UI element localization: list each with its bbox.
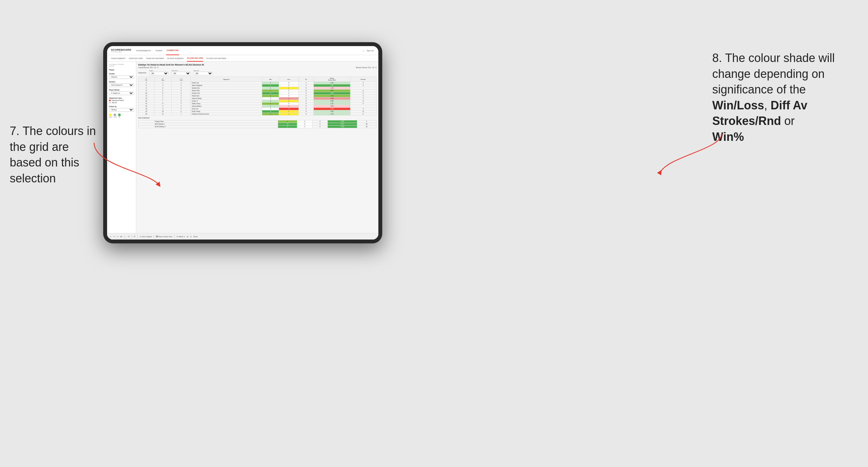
back-icon[interactable]: ↩ bbox=[117, 235, 118, 238]
cell-tie: 0 bbox=[299, 100, 314, 102]
division-select[interactable]: NCAA Division III bbox=[109, 84, 134, 87]
annotation-right-text: 8. The colour shade will change dependin… bbox=[712, 51, 835, 144]
settings-btn[interactable]: ⚙ bbox=[190, 236, 191, 238]
cell-reg: 11 bbox=[154, 113, 172, 116]
out-of-division-label: Out of division bbox=[138, 117, 376, 119]
cell-win: 1 bbox=[262, 95, 279, 97]
colour-by-select[interactable]: Win/loss bbox=[109, 108, 134, 112]
legend-up-label: Up bbox=[118, 116, 121, 118]
cell-diff: 3.67 bbox=[314, 90, 350, 92]
cell-diff: 1.25 bbox=[314, 102, 350, 105]
cell-diff: -5.00 bbox=[314, 108, 350, 110]
cell-opponent: Alexis Sudjianto bbox=[191, 84, 262, 87]
table-row: 16 3 1 Jessica Mason 1 2 0 -0.94 bbox=[138, 105, 376, 108]
cell-opponent: Heejo Hyun bbox=[191, 95, 262, 97]
cell-diff: 3.33 bbox=[314, 95, 350, 97]
layout-btn[interactable]: ⊞ bbox=[187, 236, 188, 238]
ood-cell-rounds: 2 bbox=[357, 120, 376, 123]
player-rank-select[interactable]: 8. Katelyn Vo bbox=[109, 92, 134, 95]
region-filter-select[interactable]: (All) bbox=[149, 72, 169, 75]
conference-filter-label: Conference bbox=[171, 70, 191, 71]
opponent-filter-select[interactable]: (All) bbox=[193, 72, 213, 75]
cell-rounds: 4 bbox=[350, 92, 376, 95]
view-original-btn[interactable]: ⊡ View: Original bbox=[140, 236, 152, 238]
watch-icon: 👁 bbox=[177, 236, 178, 238]
cell-tie: 1 bbox=[299, 82, 314, 84]
legend-up-circle bbox=[118, 114, 121, 116]
grid-icon[interactable]: ⊞ bbox=[120, 235, 122, 238]
subnav-player-summary[interactable]: PLAYER SUMMARY bbox=[167, 55, 184, 62]
legend-down-circle bbox=[109, 114, 112, 116]
clock-icon[interactable]: ⏱ bbox=[134, 236, 136, 238]
table-row: 10 6 3 Andrea York 2 0 0 4.00 4 bbox=[138, 92, 376, 95]
ood-cell-diff: 7.400 bbox=[328, 126, 357, 128]
cell-loss: 0 bbox=[279, 90, 299, 92]
subnav-team-h2h-heatmap[interactable]: TEAM H2H HEATMAP bbox=[146, 55, 164, 62]
cell-tie: 0 bbox=[299, 84, 314, 87]
cell-opponent: Jessica Mason bbox=[191, 105, 262, 108]
watch-btn[interactable]: 👁 Watch ▾ bbox=[177, 236, 185, 238]
cell-tie: 0 bbox=[299, 90, 314, 92]
sidebar-gender-section: Gender Women's bbox=[109, 73, 134, 79]
reset-icon[interactable]: ↺ bbox=[128, 235, 129, 238]
nav-items: TOURNAMENTS TEAMS COMMITTEE bbox=[135, 46, 179, 55]
cell-tie: 0 bbox=[299, 95, 314, 97]
redo-icon[interactable]: ↪ bbox=[113, 235, 115, 238]
tablet-frame: SCOREBOARD Powered by clippd TOURNAMENTS… bbox=[103, 42, 382, 243]
subnav-team-h2h-grid[interactable]: TEAM H2H GRID bbox=[129, 55, 143, 62]
data-table: #Div #Reg #Conf Opponent Win Loss Tie Di… bbox=[138, 76, 376, 116]
division-record-label: Division Record: bbox=[356, 66, 368, 68]
nav-item-committee[interactable]: COMMITTEE bbox=[166, 46, 179, 55]
cell-tie: 0 bbox=[299, 87, 314, 90]
nav-left: SCOREBOARD Powered by clippd TOURNAMENTS… bbox=[111, 46, 179, 55]
out-of-division-table: Foreign Team 1 0 0 4.500 2 NAIA Division… bbox=[138, 120, 376, 128]
division-record-value: 331 - 34 - 6 bbox=[368, 66, 376, 68]
save-custom-btn[interactable]: 💾 Save Custom View bbox=[156, 236, 172, 238]
radio-opponents-played[interactable]: Opponents Played bbox=[109, 100, 134, 101]
expand-icon[interactable]: ⬚ bbox=[124, 235, 126, 238]
cell-tie: 0 bbox=[299, 108, 314, 110]
cell-div: 14 bbox=[138, 100, 154, 102]
undo-icon[interactable]: ↩ bbox=[110, 235, 111, 238]
subnav-player-h2h-heatmap[interactable]: PLAYER H2H HEATMAP bbox=[206, 55, 226, 62]
cell-loss: 0 bbox=[279, 84, 299, 87]
subnav-team-summary[interactable]: TEAM SUMMARY bbox=[111, 55, 126, 62]
table-row: 11 1 2 Heejo Hyun 1 0 0 3.33 3 bbox=[138, 95, 376, 97]
cell-diff: -0.94 bbox=[314, 105, 350, 108]
nav-item-tournaments[interactable]: TOURNAMENTS bbox=[135, 46, 152, 55]
annotation-win-pct: Win% bbox=[712, 130, 744, 144]
tablet-screen: SCOREBOARD Powered by clippd TOURNAMENTS… bbox=[107, 46, 378, 240]
cell-reg: 1 bbox=[154, 82, 172, 84]
share-btn[interactable]: Share bbox=[193, 236, 197, 238]
cell-div: 20 bbox=[138, 113, 154, 116]
subnav-player-h2h-grid[interactable]: PLAYER H2H GRID bbox=[187, 55, 203, 62]
ood-cell-opponent: NAIA Division 1 bbox=[138, 123, 278, 126]
overall-record: Overall Record: 353 - 34 - 6 bbox=[138, 66, 158, 68]
conference-filter-select[interactable]: (All) bbox=[171, 72, 191, 75]
nav-bar: SCOREBOARD Powered by clippd TOURNAMENTS… bbox=[107, 46, 378, 55]
col-conf: #Conf bbox=[172, 77, 191, 82]
overall-record-value: 353 - 34 - 6 bbox=[150, 66, 158, 68]
cell-loss: 1 bbox=[279, 97, 299, 100]
cell-opponent: Sharon Mun bbox=[191, 90, 262, 92]
cell-tie: 0 bbox=[299, 102, 314, 105]
table-row: 9 1 4 Sharon Mun 1 0 0 3.67 3 bbox=[138, 90, 376, 92]
cell-opponent: Emily Chang bbox=[191, 110, 262, 113]
opponents-label: Opponents: bbox=[138, 72, 147, 74]
cell-div: 6 bbox=[138, 87, 154, 90]
sidebar-player-title: Player bbox=[109, 69, 134, 71]
gender-select[interactable]: Women's bbox=[109, 75, 134, 79]
ood-cell-tie: 0 bbox=[312, 120, 328, 123]
cell-loss: 0 bbox=[279, 102, 299, 105]
sign-out-link[interactable]: Sign out bbox=[366, 46, 374, 55]
table-row: 15 8 5 Stella Cheng 1 0 0 1.25 4 bbox=[138, 102, 376, 105]
radio-top100[interactable]: Top 100 bbox=[109, 102, 134, 103]
annotation-left: 7. The colours in the grid are based on … bbox=[10, 123, 101, 186]
opponent-filter: Opponent (All) bbox=[193, 70, 213, 75]
ood-cell-win: 1 bbox=[278, 120, 297, 123]
cell-conf: 4 bbox=[172, 100, 191, 102]
toolbar-divider-2 bbox=[137, 235, 138, 239]
nav-item-teams[interactable]: TEAMS bbox=[155, 46, 163, 55]
conference-filter: Conference (All) bbox=[171, 70, 191, 75]
logo: SCOREBOARD Powered by clippd bbox=[111, 49, 131, 53]
